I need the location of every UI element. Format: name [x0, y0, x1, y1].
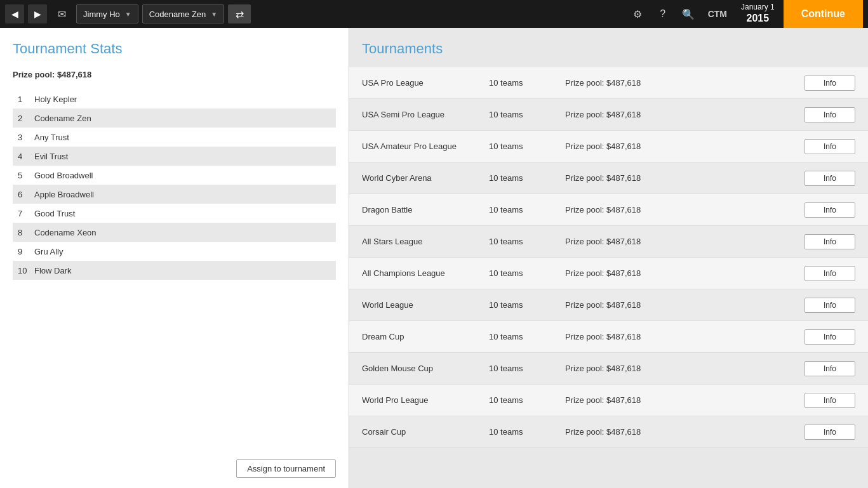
- main-content: Tournament Stats Prize pool: $487,618 1H…: [0, 28, 868, 488]
- tournament-row: World Cyber Arena 10 teams Prize pool: $…: [349, 162, 868, 194]
- team-name: Evil Trust: [34, 152, 68, 161]
- team-rank: 4: [18, 152, 30, 161]
- tournament-info-button[interactable]: Info: [805, 171, 855, 186]
- tournament-teams: 10 teams: [489, 300, 565, 310]
- tournament-prize: Prize pool: $487,618: [565, 78, 805, 88]
- tournament-prize: Prize pool: $487,618: [565, 395, 805, 405]
- prize-pool-row: Prize pool: $487,618: [13, 70, 336, 79]
- tournament-teams: 10 teams: [489, 364, 565, 373]
- team-name: Gru Ally: [34, 247, 63, 256]
- tournament-prize: Prize pool: $487,618: [565, 205, 805, 214]
- tournament-info-button[interactable]: Info: [805, 234, 855, 249]
- team-list-item: 10Flow Dark: [13, 261, 336, 280]
- back-button[interactable]: ◀: [5, 4, 24, 23]
- team-list-item: 4Evil Trust: [13, 147, 336, 166]
- team-rank: 5: [18, 171, 30, 180]
- swap-button[interactable]: ⇄: [228, 4, 251, 23]
- tournament-teams: 10 teams: [489, 237, 565, 246]
- team-rank: 10: [18, 266, 30, 275]
- tournament-row: World League 10 teams Prize pool: $487,6…: [349, 289, 868, 321]
- tournament-row: USA Semi Pro League 10 teams Prize pool:…: [349, 99, 868, 131]
- tournament-info-button[interactable]: Info: [805, 298, 855, 313]
- tournament-teams: 10 teams: [489, 268, 565, 278]
- tournament-name: Dream Cup: [362, 332, 489, 341]
- team-name: Any Trust: [34, 133, 69, 142]
- tournament-info-button[interactable]: Info: [805, 361, 855, 376]
- tournament-prize: Prize pool: $487,618: [565, 173, 805, 183]
- team-name: Flow Dark: [34, 266, 72, 275]
- assign-to-tournament-button[interactable]: Assign to tournament: [236, 459, 336, 478]
- tournament-row: World Pro League 10 teams Prize pool: $4…: [349, 385, 868, 416]
- left-panel: Tournament Stats Prize pool: $487,618 1H…: [0, 28, 349, 488]
- tournament-name: World Cyber Arena: [362, 173, 489, 183]
- tournament-row: Corsair Cup 10 teams Prize pool: $487,61…: [349, 416, 868, 448]
- tournaments-title: Tournaments: [349, 41, 868, 57]
- tournament-teams: 10 teams: [489, 142, 565, 151]
- tournament-prize: Prize pool: $487,618: [565, 268, 805, 278]
- tournament-row: Dream Cup 10 teams Prize pool: $487,618 …: [349, 321, 868, 353]
- tournament-name: All Stars League: [362, 237, 489, 246]
- tournament-prize: Prize pool: $487,618: [565, 427, 805, 437]
- team-list-item: 1Holy Kepler: [13, 89, 336, 109]
- team-rank: 8: [18, 228, 30, 237]
- player-dropdown[interactable]: Jimmy Ho ▼: [76, 4, 138, 23]
- forward-button[interactable]: ▶: [28, 4, 47, 23]
- date-block: January 1 2015: [736, 3, 780, 25]
- team-name: Codename Xeon: [34, 228, 97, 237]
- tournament-info-button[interactable]: Info: [805, 329, 855, 345]
- team-list-item: 5Good Broadwell: [13, 166, 336, 185]
- team-dropdown-arrow: ▼: [211, 11, 217, 18]
- tournament-prize: Prize pool: $487,618: [565, 300, 805, 310]
- date-year: 2015: [741, 12, 775, 25]
- right-panel: Tournaments USA Pro League 10 teams Priz…: [349, 28, 868, 488]
- tournament-prize: Prize pool: $487,618: [565, 237, 805, 246]
- tournament-teams: 10 teams: [489, 78, 565, 88]
- tournament-prize: Prize pool: $487,618: [565, 142, 805, 151]
- team-list-item: 8Codename Xeon: [13, 223, 336, 242]
- team-name: Apple Broadwell: [34, 190, 94, 199]
- tournament-info-button[interactable]: Info: [805, 107, 855, 122]
- tournament-name: Corsair Cup: [362, 427, 489, 437]
- team-rank: 7: [18, 209, 30, 218]
- team-rank: 1: [18, 95, 30, 104]
- tournament-name: Dragon Battle: [362, 205, 489, 214]
- tournament-info-button[interactable]: Info: [805, 425, 855, 440]
- tournament-teams: 10 teams: [489, 427, 565, 437]
- tournament-name: Golden Mouse Cup: [362, 364, 489, 373]
- team-list-item: 6Apple Broadwell: [13, 185, 336, 204]
- tournament-info-button[interactable]: Info: [805, 139, 855, 154]
- tournament-teams: 10 teams: [489, 332, 565, 341]
- tournament-row: USA Pro League 10 teams Prize pool: $487…: [349, 67, 868, 99]
- player-name: Jimmy Ho: [83, 10, 120, 19]
- help-icon[interactable]: ?: [652, 3, 674, 25]
- tournament-name: World Pro League: [362, 395, 489, 405]
- continue-button[interactable]: Continue: [784, 0, 863, 28]
- team-rank: 2: [18, 114, 30, 123]
- team-name: Good Trust: [34, 209, 75, 218]
- tournament-row: Golden Mouse Cup 10 teams Prize pool: $4…: [349, 353, 868, 385]
- tournament-name: USA Pro League: [362, 78, 489, 88]
- assign-btn-row: Assign to tournament: [13, 449, 336, 478]
- tournament-row: Dragon Battle 10 teams Prize pool: $487,…: [349, 194, 868, 226]
- team-name: Codename Zen: [149, 10, 206, 19]
- team-name: Holy Kepler: [34, 95, 77, 104]
- mail-icon[interactable]: ✉: [51, 3, 72, 25]
- tournament-list-container[interactable]: USA Pro League 10 teams Prize pool: $487…: [349, 67, 868, 488]
- gear-icon[interactable]: ⚙: [627, 3, 648, 25]
- team-dropdown[interactable]: Codename Zen ▼: [142, 4, 225, 23]
- team-list-item: 9Gru Ally: [13, 242, 336, 261]
- player-dropdown-arrow: ▼: [125, 11, 131, 18]
- team-list-item: 7Good Trust: [13, 204, 336, 223]
- tournament-teams: 10 teams: [489, 173, 565, 183]
- tournament-info-button[interactable]: Info: [805, 76, 855, 91]
- tournament-prize: Prize pool: $487,618: [565, 332, 805, 341]
- tournament-info-button[interactable]: Info: [805, 393, 855, 408]
- search-icon[interactable]: 🔍: [678, 3, 699, 25]
- tournament-teams: 10 teams: [489, 205, 565, 214]
- tournament-info-button[interactable]: Info: [805, 266, 855, 281]
- tournament-info-button[interactable]: Info: [805, 202, 855, 218]
- team-list-item: 2Codename Zen: [13, 109, 336, 128]
- tournament-name: USA Semi Pro League: [362, 110, 489, 119]
- topbar: ◀ ▶ ✉ Jimmy Ho ▼ Codename Zen ▼ ⇄ ⚙ ? 🔍 …: [0, 0, 868, 28]
- team-rank: 6: [18, 190, 30, 199]
